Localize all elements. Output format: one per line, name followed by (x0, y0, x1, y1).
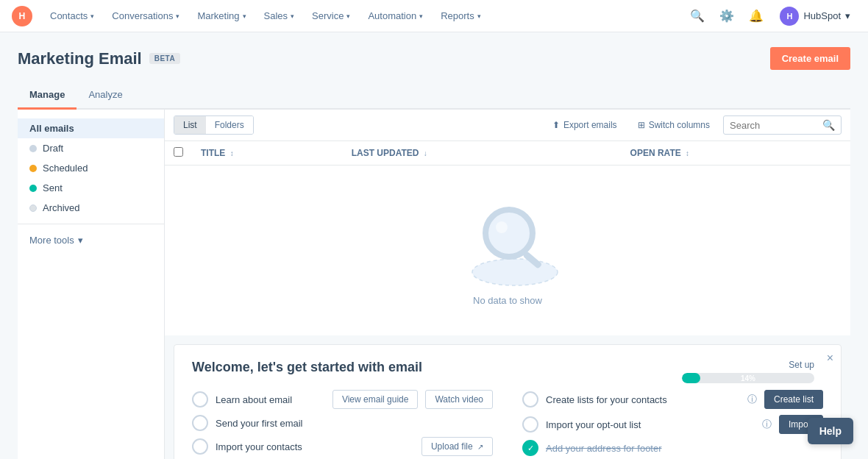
setup-label: Set up (682, 360, 814, 370)
main-content: List Folders ⬆ Export emails ⊞ Switch co… (165, 110, 850, 459)
svg-text:H: H (19, 11, 26, 21)
upload-file-button[interactable]: Upload file ↗ (421, 437, 493, 456)
left-tasks: Learn about email View email guide Watch… (192, 387, 493, 459)
search-icon-button[interactable]: 🔍 (686, 4, 709, 28)
info-icon-optout[interactable]: ⓘ (762, 418, 772, 431)
chevron-down-icon: ▾ (291, 13, 294, 20)
task-import-optout: Import your opt-out list ⓘ Import (522, 412, 823, 437)
nav-conversations[interactable]: Conversations ▾ (103, 0, 188, 32)
chevron-down-icon: ▾ (176, 13, 179, 20)
search-submit-button[interactable]: 🔍 (822, 119, 835, 131)
task-label-learn: Learn about email (216, 394, 325, 405)
settings-icon-button[interactable]: ⚙️ (715, 4, 739, 28)
chevron-down-icon: ▾ (845, 10, 850, 21)
create-email-button[interactable]: Create email (770, 47, 850, 70)
sidebar-item-scheduled[interactable]: Scheduled (18, 158, 164, 178)
sidebar-divider (18, 224, 164, 224)
notifications-icon-button[interactable]: 🔔 (744, 4, 768, 28)
task-circle-send (192, 415, 208, 431)
table-header-last-updated[interactable]: LAST UPDATED ↓ (343, 141, 622, 166)
svg-point-5 (496, 221, 508, 233)
sort-icon: ↕ (230, 149, 234, 157)
sub-navigation: Manage Analyze (18, 82, 850, 110)
welcome-close-button[interactable]: × (827, 352, 833, 364)
content-area: All emails Draft Scheduled Sent Archived… (18, 110, 850, 459)
progress-percentage: 14% (741, 374, 755, 382)
task-label-send: Send your first email (216, 418, 493, 429)
nav-items: Contacts ▾ Conversations ▾ Marketing ▾ S… (41, 0, 686, 32)
chevron-down-icon: ▾ (419, 13, 423, 20)
page-title: Marketing Email (18, 49, 142, 68)
progress-bar-container: 14% (682, 373, 814, 383)
task-import-contacts: Import your contacts Upload file ↗ (192, 434, 493, 459)
task-circle-import (192, 438, 208, 455)
chevron-down-icon: ▾ (477, 13, 481, 20)
scheduled-status-dot (29, 165, 37, 172)
search-input[interactable] (730, 120, 818, 131)
view-email-guide-button[interactable]: View email guide (332, 390, 419, 409)
view-toggle: List Folders (174, 115, 254, 135)
task-send-first-email: Send your first email (192, 412, 493, 434)
nav-right: 🔍 ⚙️ 🔔 H HubSpot ▾ (686, 4, 856, 29)
sidebar-item-all-emails[interactable]: All emails (18, 118, 164, 138)
folders-view-button[interactable]: Folders (206, 116, 253, 134)
task-label-create-lists: Create lists for your contacts (546, 394, 740, 405)
nav-reports[interactable]: Reports ▾ (432, 0, 490, 32)
task-circle-learn (192, 391, 208, 408)
welcome-card: × Set up 14% Welcome, let's get started … (174, 344, 842, 459)
switch-columns-button[interactable]: ⊞ Switch columns (630, 116, 717, 134)
select-all-checkbox[interactable] (174, 147, 183, 157)
sidebar: All emails Draft Scheduled Sent Archived… (18, 110, 165, 459)
task-address-footer: Add your address for footer (522, 437, 823, 459)
nav-marketing[interactable]: Marketing ▾ (188, 0, 255, 32)
tab-manage[interactable]: Manage (18, 82, 77, 110)
task-label-address: Add your address for footer (546, 443, 823, 454)
email-table: TITLE ↕ LAST UPDATED ↓ OPEN RATE ↕ (165, 141, 850, 335)
columns-icon: ⊞ (638, 120, 645, 130)
svg-point-2 (472, 259, 558, 285)
nav-service[interactable]: Service ▾ (303, 0, 359, 32)
logo[interactable]: H (12, 6, 32, 26)
archived-status-dot (29, 204, 37, 212)
task-circle-create-lists (522, 391, 538, 408)
nav-sales[interactable]: Sales ▾ (255, 0, 304, 32)
progress-bar-fill (682, 373, 700, 383)
page-title-row: Marketing Email BETA (18, 49, 180, 68)
task-create-lists: Create lists for your contacts ⓘ Create … (522, 387, 823, 412)
table-header-open-rate[interactable]: OPEN RATE ↕ (622, 141, 850, 166)
watch-video-button[interactable]: Watch video (425, 390, 493, 409)
tab-analyze[interactable]: Analyze (77, 82, 134, 110)
sort-icon: ↕ (686, 149, 689, 157)
task-label-import-optout: Import your opt-out list (546, 419, 755, 430)
more-tools-button[interactable]: More tools ▾ (18, 230, 95, 250)
beta-badge: BETA (149, 53, 180, 64)
empty-state-row: No data to show (165, 166, 850, 336)
sidebar-item-sent[interactable]: Sent (18, 178, 164, 198)
help-button[interactable]: Help (808, 418, 853, 444)
task-label-import: Import your contacts (216, 441, 414, 452)
toolbar-row: List Folders ⬆ Export emails ⊞ Switch co… (165, 110, 850, 141)
chevron-down-icon: ▾ (78, 235, 83, 246)
nav-automation[interactable]: Automation ▾ (359, 0, 432, 32)
task-circle-import-optout (522, 416, 538, 433)
svg-point-3 (485, 210, 533, 257)
table-header-title[interactable]: TITLE ↕ (192, 141, 343, 166)
setup-header: Set up 14% (682, 360, 814, 383)
sort-desc-icon: ↓ (424, 149, 427, 157)
list-view-button[interactable]: List (174, 116, 206, 134)
chevron-down-icon: ▾ (346, 13, 350, 20)
right-tasks: Create lists for your contacts ⓘ Create … (522, 387, 823, 459)
task-circle-address (522, 440, 538, 456)
export-emails-button[interactable]: ⬆ Export emails (545, 116, 625, 134)
create-list-button[interactable]: Create list (764, 390, 823, 409)
chevron-down-icon: ▾ (90, 13, 94, 20)
empty-state: No data to show (165, 166, 850, 335)
table-header-checkbox (165, 141, 192, 166)
sidebar-item-draft[interactable]: Draft (18, 138, 164, 158)
nav-contacts[interactable]: Contacts ▾ (41, 0, 103, 32)
sent-status-dot (29, 185, 37, 192)
tasks-grid: Learn about email View email guide Watch… (192, 387, 823, 459)
user-menu-button[interactable]: H HubSpot ▾ (774, 4, 856, 29)
info-icon-create-lists[interactable]: ⓘ (747, 393, 757, 406)
sidebar-item-archived[interactable]: Archived (18, 198, 164, 218)
